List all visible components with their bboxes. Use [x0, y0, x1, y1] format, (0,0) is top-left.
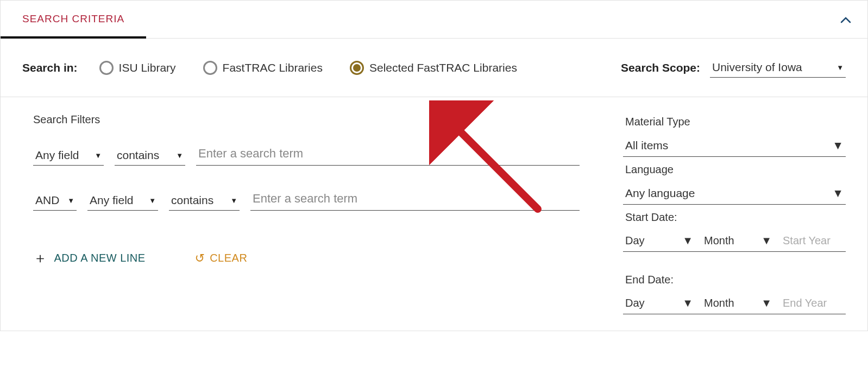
search-filters-column: Search Filters Any field ▼ contains ▼ AN… — [33, 113, 580, 314]
search-filters-heading: Search Filters — [33, 113, 580, 126]
search-scope-dropdown[interactable]: University of Iowa ▼ — [710, 58, 846, 78]
language-label: Language — [623, 161, 846, 178]
dropdown-value: All items — [625, 139, 668, 152]
radio-icon — [99, 61, 114, 75]
tab-bar: SEARCH CRITERIA — [1, 1, 867, 39]
caret-down-icon: ▼ — [832, 139, 844, 152]
radio-isu-library[interactable]: ISU Library — [99, 61, 176, 75]
start-year-input[interactable] — [781, 230, 846, 251]
end-month-dropdown[interactable]: Month ▼ — [702, 293, 774, 314]
caret-down-icon: ▼ — [761, 297, 772, 309]
caret-down-icon: ▼ — [149, 197, 156, 205]
search-scope-group: Search Scope: University of Iowa ▼ — [621, 58, 846, 78]
action-label: ADD A NEW LINE — [54, 252, 146, 264]
start-month-dropdown[interactable]: Month ▼ — [702, 230, 774, 251]
radio-inner-dot — [353, 64, 361, 72]
operator-dropdown[interactable]: contains ▼ — [169, 191, 240, 211]
filter-line-2: AND ▼ Any field ▼ contains ▼ — [33, 187, 580, 211]
filter-actions-row: ＋ ADD A NEW LINE ↻ CLEAR — [33, 249, 580, 268]
dropdown-value: Any field — [35, 149, 79, 162]
right-filters-column: Material Type All items ▼ Language Any l… — [623, 113, 846, 314]
caret-down-icon: ▼ — [832, 187, 844, 200]
tab-label: SEARCH CRITERIA — [22, 13, 124, 25]
dropdown-value: Month — [704, 297, 734, 309]
action-label: CLEAR — [210, 252, 247, 264]
caret-down-icon: ▼ — [176, 151, 183, 160]
operator-dropdown[interactable]: contains ▼ — [115, 145, 185, 166]
language-dropdown[interactable]: Any language ▼ — [623, 182, 846, 205]
clear-button[interactable]: ↻ CLEAR — [194, 251, 248, 265]
dropdown-value: contains — [171, 194, 213, 207]
caret-down-icon: ▼ — [230, 197, 237, 205]
caret-down-icon: ▼ — [836, 64, 844, 72]
field-dropdown[interactable]: Any field ▼ — [87, 191, 158, 211]
search-in-radio-group: ISU Library FastTRAC Libraries Selected … — [99, 61, 517, 75]
search-term-input[interactable] — [196, 142, 580, 166]
search-in-row: Search in: ISU Library FastTRAC Librarie… — [1, 39, 867, 97]
tab-search-criteria[interactable]: SEARCH CRITERIA — [1, 1, 146, 39]
radio-fasttrac-libraries[interactable]: FastTRAC Libraries — [203, 61, 323, 75]
material-type-dropdown[interactable]: All items ▼ — [623, 135, 846, 157]
chevron-up-icon[interactable] — [840, 14, 851, 25]
caret-down-icon: ▼ — [761, 235, 772, 247]
filter-line-1: Any field ▼ contains ▼ — [33, 142, 580, 166]
start-date-row: Day ▼ Month ▼ — [623, 230, 846, 252]
dropdown-value: Any language — [625, 187, 695, 200]
search-criteria-panel: SEARCH CRITERIA Search in: ISU Library F… — [0, 0, 868, 331]
plus-icon: ＋ — [33, 249, 48, 268]
dropdown-value: Day — [625, 297, 645, 309]
search-scope-label: Search Scope: — [621, 61, 700, 74]
end-day-dropdown[interactable]: Day ▼ — [623, 293, 695, 314]
radio-icon-selected — [350, 61, 364, 75]
caret-down-icon: ▼ — [95, 151, 102, 160]
search-in-label: Search in: — [22, 61, 78, 74]
boolean-dropdown[interactable]: AND ▼ — [33, 191, 77, 211]
caret-down-icon: ▼ — [67, 197, 74, 205]
radio-icon — [203, 61, 217, 75]
end-date-label: End Date: — [623, 271, 846, 288]
search-term-input[interactable] — [250, 187, 580, 211]
material-type-label: Material Type — [623, 113, 846, 130]
start-day-dropdown[interactable]: Day ▼ — [623, 230, 695, 251]
undo-icon: ↻ — [194, 251, 205, 265]
search-body: Search Filters Any field ▼ contains ▼ AN… — [1, 97, 867, 331]
dropdown-value: Any field — [90, 194, 134, 207]
field-dropdown[interactable]: Any field ▼ — [33, 145, 104, 166]
spacer — [623, 256, 846, 267]
dropdown-value: contains — [117, 149, 159, 162]
dropdown-value: AND — [35, 194, 59, 207]
caret-down-icon: ▼ — [682, 235, 693, 247]
end-date-row: Day ▼ Month ▼ — [623, 293, 846, 314]
dropdown-value: Day — [625, 235, 645, 247]
dropdown-value: Month — [704, 235, 734, 247]
radio-label: ISU Library — [119, 61, 176, 74]
add-new-line-button[interactable]: ＋ ADD A NEW LINE — [33, 249, 146, 268]
radio-label: FastTRAC Libraries — [223, 61, 323, 74]
caret-down-icon: ▼ — [682, 297, 693, 309]
end-year-input[interactable] — [781, 293, 846, 314]
radio-selected-fasttrac-libraries[interactable]: Selected FastTRAC Libraries — [350, 61, 517, 75]
dropdown-value: University of Iowa — [712, 61, 802, 74]
radio-label: Selected FastTRAC Libraries — [369, 61, 517, 74]
start-date-label: Start Date: — [623, 209, 846, 226]
